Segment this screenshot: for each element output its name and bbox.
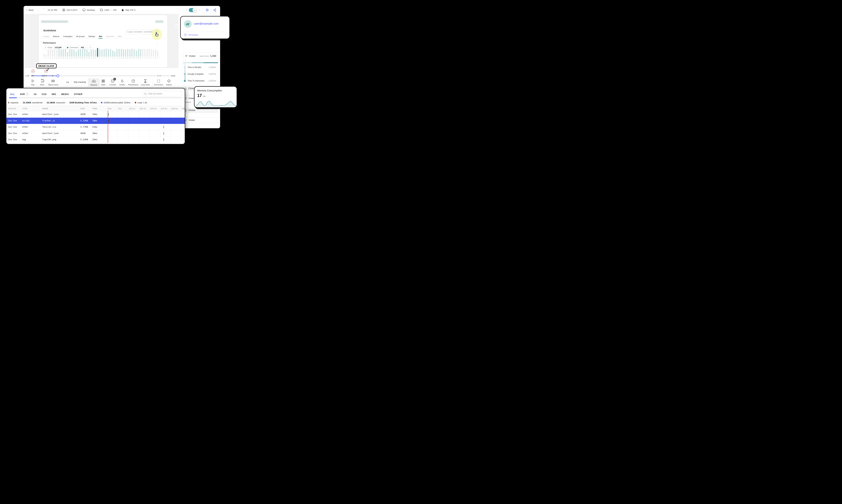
- full-screen-button[interactable]: Full Screen: [153, 79, 164, 86]
- col-type[interactable]: TYPE: [22, 108, 28, 110]
- chart-bar: 1: [97, 48, 98, 59]
- chart-bar: 7: [110, 48, 111, 59]
- event-tick[interactable]: [43, 75, 44, 77]
- date-range-select[interactable]: Custom: 14/12/2019 - 21/01/2020 ˅: [125, 30, 153, 34]
- net-tab-xhr[interactable]: XHR ?: [20, 93, 29, 95]
- memory-unit: mb: [203, 95, 205, 97]
- page-tab-keywords[interactable]: Keywords: [106, 34, 114, 39]
- net-tab-media[interactable]: MEDIA: [61, 93, 69, 95]
- playhead-handle[interactable]: [57, 74, 59, 77]
- skip-to-issue-button[interactable]: Skip to Issue: [47, 79, 59, 86]
- page-tab-ads[interactable]: Ads: [99, 34, 102, 39]
- collapse-panel-button[interactable]: »: [175, 23, 179, 27]
- prev-session-button[interactable]: ‹: [185, 8, 187, 12]
- visited-event-card[interactable]: Visited Speed Index 1,162 / Time to Rend…: [183, 52, 218, 85]
- event-tick[interactable]: [44, 75, 45, 77]
- event-dot[interactable]: [33, 75, 34, 76]
- event-dot[interactable]: [160, 75, 161, 76]
- chart-bar: 26: [151, 48, 152, 59]
- user-email[interactable]: user@example.com: [194, 22, 219, 25]
- performance-panel-button[interactable]: Performance: [127, 79, 139, 86]
- event-row-visited[interactable]: Visited: [183, 117, 218, 123]
- page-tab-ad-groups[interactable]: Ad groups: [76, 34, 85, 39]
- chart-bar: 5: [106, 48, 107, 59]
- cell-time: 19ms: [92, 113, 97, 115]
- net-tab-img[interactable]: IMG: [52, 93, 56, 95]
- net-tab-js[interactable]: JS: [34, 93, 37, 95]
- page-tab-campaigns[interactable]: Campaigns: [63, 34, 73, 39]
- section-title: Performance: [43, 42, 56, 44]
- event-dot[interactable]: [52, 75, 53, 76]
- col-size[interactable]: SIZE: [80, 108, 85, 110]
- session-top-bar: ‹ Back 01:11 PM v91.0.4472: [23, 6, 220, 14]
- share-icon: [213, 8, 216, 12]
- event-row-clicked-hidden[interactable]: Clicked: [183, 108, 218, 113]
- favorite-button[interactable]: [205, 8, 209, 12]
- speed-selector[interactable]: 1x: [64, 80, 71, 84]
- chart-bar: 13: [56, 48, 58, 59]
- autoplay-toggle[interactable]: ✓: [189, 8, 197, 12]
- timeline-track[interactable]: i i: [31, 76, 174, 76]
- issue-marker-pin[interactable]: i: [31, 69, 35, 73]
- metadata-doc-icon: [184, 33, 187, 36]
- tick-label: 165.2s: [140, 108, 146, 110]
- net-tab-other[interactable]: OTHER: [74, 93, 83, 95]
- chart-bar: 26: [84, 48, 85, 59]
- table-row[interactable]: 2xx-3xx other manifest.json 492B 19ms: [6, 111, 185, 118]
- back-button[interactable]: ‹ Back: [26, 8, 34, 11]
- inspect-button[interactable]: Inspect: [163, 79, 175, 86]
- col-time[interactable]: TIME: [92, 108, 97, 110]
- table-row[interactable]: 2xx-3xx other favicon.ico 3.77KB 52ms: [6, 124, 185, 130]
- cell-type: other: [22, 113, 29, 115]
- chart-bar: 27: [86, 48, 88, 59]
- metadata-button[interactable]: Metadata: [184, 33, 198, 36]
- cell-type: other: [22, 132, 29, 134]
- table-row[interactable]: 2xx-3xx other manifest.json 492B 26ms: [6, 130, 185, 137]
- cell-size: 492B: [80, 132, 85, 134]
- cell-name: tracker.js: [42, 119, 55, 122]
- events-panel-button[interactable]: Events: [117, 79, 128, 86]
- cell-type: img: [22, 138, 26, 141]
- total-time-label: 5:24: [171, 75, 175, 77]
- user-info-card: user@example.com Metadata: [180, 16, 230, 39]
- tick-label: 110.1s: [129, 108, 135, 110]
- share-button[interactable]: [213, 8, 216, 12]
- col-name[interactable]: NAME: [42, 108, 48, 110]
- chart-bar: 14: [58, 48, 60, 59]
- event-row-clicked-about[interactable]: Clicked About: [183, 128, 218, 128]
- timing-dot-icon: [184, 67, 186, 68]
- filter-input[interactable]: [148, 92, 180, 95]
- table-row[interactable]: 2xx-3xx img logo192.png 5.22KB 25ms: [6, 137, 185, 143]
- metadata-label: Metadata: [189, 34, 198, 36]
- version-label: v91.0.4472: [67, 9, 77, 11]
- net-tab-css[interactable]: CSS: [41, 93, 47, 95]
- long-tasks-panel-button[interactable]: Long Tasks: [140, 79, 151, 86]
- page-tab-listings[interactable]: Listings: [43, 34, 49, 39]
- chart-bar: 24: [80, 48, 81, 59]
- cell-time: 26ms: [92, 132, 97, 134]
- page-tab-advices[interactable]: Advices: [53, 34, 59, 39]
- network-table-body: 2xx-3xx other manifest.json 492B 19ms 2x…: [6, 111, 185, 143]
- next-session-button[interactable]: ›: [198, 8, 200, 12]
- event-dot[interactable]: [32, 75, 33, 76]
- back-10-button[interactable]: 10 Back: [36, 79, 48, 86]
- session-time: 01:11 PM: [43, 8, 57, 12]
- section-more-button[interactable]: ...: [156, 41, 159, 44]
- event-dot[interactable]: [46, 75, 47, 76]
- col-status[interactable]: STATUS: [8, 108, 16, 110]
- navigate-icon: [185, 55, 187, 57]
- memory-value-row: 17 mb: [197, 93, 205, 98]
- timing-value: 1,537ms: [209, 73, 216, 75]
- page-tab-settings[interactable]: Settings: [88, 34, 95, 39]
- net-tab-all[interactable]: ALL: [10, 93, 15, 95]
- console-badge: 3: [113, 78, 116, 80]
- event-dot[interactable]: [158, 75, 159, 76]
- help-icon[interactable]: ?: [26, 93, 29, 95]
- table-row-selected[interactable]: 2xx-3xx script tracker.js 5.22KB 18ms: [6, 118, 185, 124]
- gauge-icon: [131, 79, 135, 83]
- event-tick[interactable]: [43, 75, 43, 77]
- screen-resolution: 1344 × 736: [100, 8, 117, 11]
- event-tick[interactable]: [42, 75, 42, 77]
- page-tab-more[interactable]: More: [118, 34, 122, 39]
- skip-inactivity-toggle[interactable]: Skip Inactivity: [72, 81, 88, 83]
